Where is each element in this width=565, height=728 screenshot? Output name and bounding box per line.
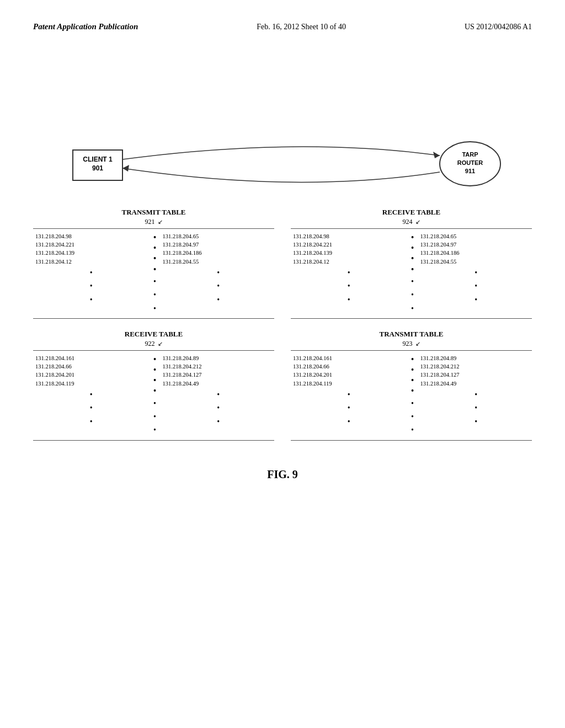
left-tables: TRANSMIT TABLE 921 ↙ 131.218.204.98 131.… <box>33 208 274 441</box>
receive-table-924-number: 924 ↙ <box>291 218 532 226</box>
date-sheet-label: Feb. 16, 2012 Sheet 10 of 40 <box>257 23 346 31</box>
transmit-table-923-data: 131.218.204.161 131.218.204.66 131.218.2… <box>291 350 532 441</box>
header: Patent Application Publication Feb. 16, … <box>33 22 532 31</box>
left-ips: 131.218.204.98 131.218.204.221 131.218.2… <box>291 232 405 306</box>
receive-table-924-label: RECEIVE TABLE <box>291 208 532 217</box>
transmit-table-921: TRANSMIT TABLE 921 ↙ 131.218.204.98 131.… <box>33 208 274 319</box>
left-ips: 131.218.204.161 131.218.204.66 131.218.2… <box>33 354 147 428</box>
page: Patent Application Publication Feb. 16, … <box>0 0 565 728</box>
transmit-table-921-label: TRANSMIT TABLE <box>33 208 274 217</box>
right-tables: RECEIVE TABLE 924 ↙ 131.218.204.98 131.2… <box>291 208 532 441</box>
bullet-col: • • • • • • • <box>407 232 418 315</box>
receive-table-924-data: 131.218.204.98 131.218.204.221 131.218.2… <box>291 228 532 319</box>
right-ips: 131.218.204.89 131.218.204.212 131.218.2… <box>420 354 532 428</box>
receive-table-922: RECEIVE TABLE 922 ↙ 131.218.204.161 131.… <box>33 330 274 441</box>
svg-text:TARP: TARP <box>462 151 478 158</box>
transmit-table-921-data: 131.218.204.98 131.218.204.221 131.218.2… <box>33 228 274 319</box>
right-ips: 131.218.204.65 131.218.204.97 131.218.20… <box>163 232 275 306</box>
transmit-table-923: TRANSMIT TABLE 923 ↙ 131.218.204.161 131… <box>291 330 532 441</box>
transmit-table-923-label: TRANSMIT TABLE <box>291 330 532 339</box>
top-connection-diagram: CLIENT 1 901 TARP ROUTER 911 <box>33 131 532 202</box>
bullet-col: • • • • • • • <box>407 354 418 437</box>
svg-text:ROUTER: ROUTER <box>457 159 483 166</box>
tables-area: TRANSMIT TABLE 921 ↙ 131.218.204.98 131.… <box>33 208 532 441</box>
table-row: 131.218.204.161 131.218.204.66 131.218.2… <box>291 354 532 437</box>
table-row: 131.218.204.161 131.218.204.66 131.218.2… <box>33 354 274 437</box>
transmit-table-923-number: 923 ↙ <box>291 340 532 348</box>
svg-marker-8 <box>122 165 129 172</box>
svg-text:901: 901 <box>92 164 103 172</box>
table-row: 131.218.204.98 131.218.204.221 131.218.2… <box>291 232 532 315</box>
svg-text:CLIENT 1: CLIENT 1 <box>83 156 113 163</box>
receive-table-924: RECEIVE TABLE 924 ↙ 131.218.204.98 131.2… <box>291 208 532 319</box>
right-ips: 131.218.204.65 131.218.204.97 131.218.20… <box>420 232 532 306</box>
publication-label: Patent Application Publication <box>33 22 138 31</box>
receive-table-922-data: 131.218.204.161 131.218.204.66 131.218.2… <box>33 350 274 441</box>
receive-table-922-number: 922 ↙ <box>33 340 274 348</box>
svg-text:911: 911 <box>465 168 475 174</box>
bullet-col: • • • • • • • <box>150 232 161 315</box>
receive-table-922-label: RECEIVE TABLE <box>33 330 274 339</box>
diagram-area: CLIENT 1 901 TARP ROUTER 911 <box>33 131 532 481</box>
connection-svg: CLIENT 1 901 TARP ROUTER 911 <box>33 131 532 202</box>
right-ips: 131.218.204.89 131.218.204.212 131.218.2… <box>163 354 275 428</box>
patent-number: US 2012/0042086 A1 <box>465 23 532 31</box>
left-ips: 131.218.204.98 131.218.204.221 131.218.2… <box>33 232 147 306</box>
transmit-table-921-number: 921 ↙ <box>33 218 274 226</box>
figure-label: FIG. 9 <box>33 468 532 481</box>
left-ips: 131.218.204.161 131.218.204.66 131.218.2… <box>291 354 405 428</box>
svg-marker-7 <box>433 152 440 158</box>
bullet-col: • • • • • • • <box>150 354 161 437</box>
table-row: 131.218.204.98 131.218.204.221 131.218.2… <box>33 232 274 315</box>
